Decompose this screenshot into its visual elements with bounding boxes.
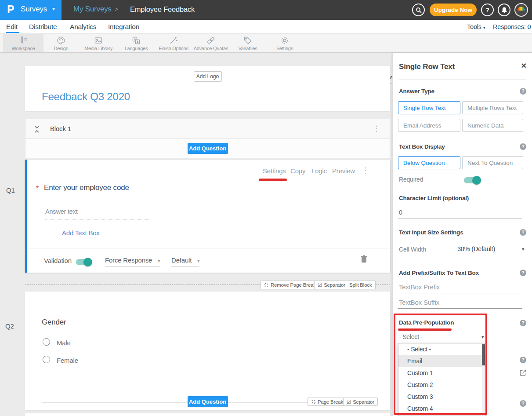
textbox-display-heading: Text Box Display — [399, 143, 445, 150]
question-menu-icon[interactable]: ⋮ — [362, 166, 369, 175]
tab-integration[interactable]: Integration — [108, 23, 139, 31]
answer-text-placeholder[interactable]: Answer text — [45, 208, 78, 215]
responses-count[interactable]: Responses: 0 — [493, 23, 531, 30]
help-icon[interactable]: ? — [520, 320, 526, 326]
close-icon[interactable]: × — [521, 60, 526, 71]
add-question-strip: Add Question — [25, 139, 390, 158]
toolbar-workspace[interactable]: Workspace — [3, 34, 43, 52]
dropdown-option-select[interactable]: - Select - — [398, 343, 485, 355]
dropdown-option-custom3[interactable]: Custom 3 — [398, 391, 485, 403]
wand-icon — [169, 36, 178, 45]
toolbar-settings[interactable]: Settings — [268, 34, 301, 52]
display-below-question[interactable]: Below Question — [398, 156, 460, 169]
tab-analytics[interactable]: Analytics — [70, 23, 96, 31]
question-text-q1[interactable]: Enter your employee code — [44, 183, 129, 192]
notifications-button[interactable] — [498, 4, 510, 16]
breadcrumb-separator-icon: > — [115, 6, 118, 13]
toolbar-languages[interactable]: Languages — [119, 34, 153, 52]
avatar[interactable] — [514, 3, 528, 17]
question-text-q2[interactable]: Gender — [42, 318, 66, 327]
search-button[interactable] — [412, 4, 425, 16]
survey-title[interactable]: Feedback Q3 2020 — [42, 91, 130, 103]
tab-question-settings[interactable]: Settings — [263, 167, 286, 175]
textbox-suffix-input[interactable]: TextBox Suffix — [399, 299, 439, 306]
help-button[interactable]: ? — [481, 4, 494, 16]
remove-page-break-button[interactable]: Remove Page Break — [261, 281, 319, 289]
image-icon — [94, 36, 103, 45]
toolbar-media-library[interactable]: Media Library — [79, 34, 118, 52]
answer-type-numeric[interactable]: Numeric Data — [462, 119, 523, 132]
input-underline — [398, 308, 522, 309]
settings-annotation-underline — [259, 179, 287, 181]
block-name[interactable]: Block 1 — [50, 125, 71, 132]
add-logo-button[interactable]: Add Logo — [194, 71, 222, 82]
prepopulation-select[interactable]: - Select - — [399, 333, 423, 340]
tab-edit[interactable]: Edit — [6, 23, 18, 31]
help-icon[interactable]: ? — [520, 270, 526, 276]
separator-button[interactable]: ☑ Separator — [314, 281, 349, 289]
toolbar-variables[interactable]: Variables — [232, 34, 264, 52]
search-icon — [416, 7, 422, 13]
question-mark-icon: ? — [485, 7, 489, 14]
add-textbox-link[interactable]: Add Text Box — [62, 229, 100, 237]
textbox-prefix-input[interactable]: TextBox Prefix — [399, 283, 440, 291]
active-tab-underline — [6, 32, 19, 33]
radio-female[interactable] — [43, 356, 50, 363]
split-block-button[interactable]: Split Block — [346, 281, 376, 289]
collapse-block-icon[interactable] — [34, 125, 40, 133]
tab-distribute[interactable]: Distribute — [29, 23, 57, 31]
tools-menu[interactable]: Tools ▾ — [467, 23, 485, 30]
block-menu-icon[interactable]: ⋮ — [373, 124, 380, 133]
tab-question-logic[interactable]: Logic — [311, 167, 327, 175]
question-card-q2[interactable]: Gender Male Female Add Question Page Bre… — [25, 292, 390, 410]
add-question-button-bottom[interactable]: Add Question — [188, 396, 228, 407]
dropdown-option-custom2[interactable]: Custom 2 — [398, 379, 485, 391]
toolbar-finish-options[interactable]: Finish Options — [154, 34, 193, 52]
separator-button-q2[interactable]: ☑ Separator — [343, 398, 378, 406]
toolbar-design[interactable]: Design — [46, 34, 76, 52]
dropdown-option-email[interactable]: Email — [398, 355, 485, 367]
help-icon[interactable]: ? — [520, 88, 526, 95]
top-bar: P Surveys ▾ My Surveys > Employee Feedba… — [0, 0, 532, 20]
chevron-down-icon[interactable]: ▾ — [522, 246, 524, 252]
add-question-button-top[interactable]: Add Question — [188, 143, 228, 154]
upgrade-now-button[interactable]: Upgrade Now — [430, 4, 477, 16]
dropdown-scrollbar-thumb[interactable] — [482, 344, 485, 365]
gear-icon — [280, 36, 290, 45]
editor-toolbar: Workspace Design Media Library Languages… — [0, 34, 532, 53]
answer-type-single-row[interactable]: Single Row Text — [398, 101, 460, 114]
help-icon[interactable]: ? — [520, 143, 526, 150]
radio-male[interactable] — [43, 338, 50, 346]
product-switcher[interactable]: P Surveys ▾ — [0, 0, 62, 20]
checkbox-checked-icon: ☑ — [318, 282, 322, 288]
palette-icon — [56, 36, 66, 45]
display-next-to-question[interactable]: Next To Question — [462, 156, 523, 169]
required-toggle[interactable] — [464, 177, 480, 183]
tab-question-preview[interactable]: Preview — [332, 167, 355, 175]
answer-type-multiple-rows[interactable]: Multiple Rows Text — [462, 101, 523, 114]
force-response-dropdown[interactable]: Force Response▾ — [105, 256, 160, 266]
toolbar-advance-quotas[interactable]: Advance Quotas — [192, 34, 230, 52]
question-text-underline — [39, 198, 380, 198]
character-limit-input[interactable]: 0 — [399, 209, 402, 216]
help-icon[interactable]: ? — [520, 400, 526, 407]
dropdown-option-custom4[interactable]: Custom 4 — [398, 403, 485, 415]
answer-type-heading: Answer Type — [399, 88, 434, 95]
external-link-icon[interactable] — [520, 369, 526, 376]
page-break-button[interactable]: Page Break — [308, 398, 347, 406]
answer-type-email[interactable]: Email Address — [398, 119, 460, 132]
breadcrumb-my-surveys[interactable]: My Surveys — [73, 5, 112, 14]
dropdown-option-custom1[interactable]: Custom 1 — [398, 367, 485, 379]
question-card-q1[interactable]: Settings Copy Logic Preview ⋮ * Enter yo… — [25, 160, 390, 273]
help-icon[interactable]: ? — [520, 229, 526, 236]
cell-width-value[interactable]: 30% (Default) — [457, 245, 495, 252]
validation-toggle[interactable] — [76, 259, 91, 265]
answer-textbox-line — [45, 219, 149, 219]
help-icon[interactable]: ? — [520, 357, 526, 363]
question-number-q2: Q2 — [5, 322, 14, 330]
chevron-down-icon[interactable]: ▾ — [481, 334, 484, 340]
validation-default-dropdown[interactable]: Default▾ — [171, 256, 199, 266]
tab-question-copy[interactable]: Copy — [290, 167, 305, 175]
avatar-image — [518, 7, 525, 11]
delete-question-icon[interactable] — [361, 255, 367, 263]
